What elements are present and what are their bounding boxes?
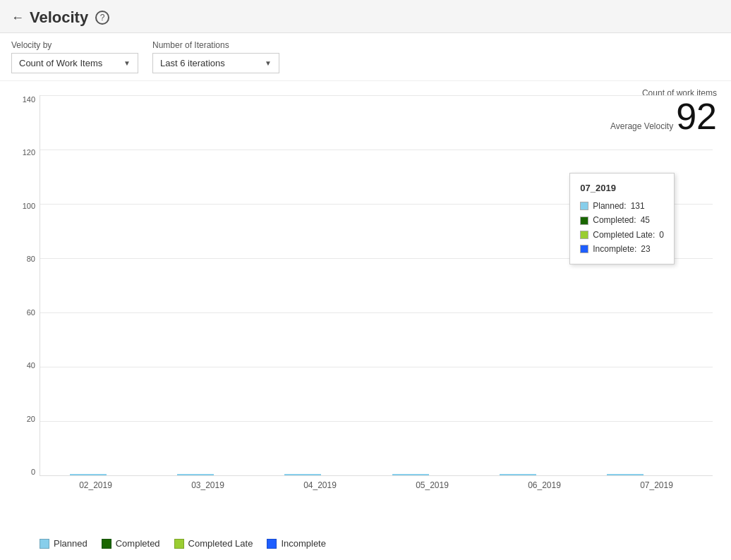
chart-inner bbox=[40, 95, 713, 476]
y-label-100: 100 bbox=[23, 202, 35, 210]
y-label-40: 40 bbox=[27, 361, 35, 370]
y-label-80: 80 bbox=[27, 255, 35, 263]
velocity-by-arrow-icon: ▼ bbox=[123, 59, 131, 67]
x-labels: 02_201903_201904_201905_201906_201907_20… bbox=[40, 476, 713, 504]
tooltip-completed-late-row: Completed Late: 0 bbox=[580, 228, 664, 242]
x-label-05_2019: 05_2019 bbox=[416, 480, 449, 490]
help-icon[interactable]: ? bbox=[95, 11, 109, 25]
tooltip-planned-value: 131 bbox=[631, 199, 645, 213]
legend-swatch-incomplete bbox=[267, 539, 277, 549]
y-label-20: 20 bbox=[27, 415, 35, 423]
header: ← Velocity ? bbox=[0, 0, 731, 33]
chart-container: 140 120 100 80 60 40 20 0 bbox=[11, 95, 720, 504]
bar-planned-05_2019[interactable] bbox=[392, 474, 429, 475]
iterations-group: Number of Iterations Last 6 iterations ▼ bbox=[152, 40, 279, 73]
iterations-label: Number of Iterations bbox=[152, 40, 279, 50]
tooltip-completed-late-swatch bbox=[580, 231, 588, 239]
bar-planned-07_2019[interactable] bbox=[607, 474, 644, 475]
tooltip-incomplete-label: Incomplete: bbox=[593, 242, 636, 256]
legend-swatch-completed bbox=[102, 539, 111, 549]
iterations-dropdown[interactable]: Last 6 iterations ▼ bbox=[152, 53, 279, 73]
tooltip-completed-swatch bbox=[580, 217, 588, 225]
y-label-0: 0 bbox=[31, 468, 35, 476]
chart-area: Count of work items Average Velocity 92 … bbox=[0, 81, 731, 532]
legend-label-incomplete: Incomplete bbox=[281, 538, 326, 549]
x-label-06_2019: 06_2019 bbox=[528, 480, 561, 490]
legend-item-completed-late: Completed Late bbox=[174, 538, 253, 549]
legend-item-incomplete: Incomplete bbox=[267, 538, 326, 549]
y-axis: 140 120 100 80 60 40 20 0 bbox=[11, 95, 40, 476]
velocity-by-value: Count of Work Items bbox=[19, 58, 102, 68]
bar-group-05_2019 bbox=[392, 474, 469, 475]
tooltip-planned-swatch bbox=[580, 202, 588, 210]
iterations-arrow-icon: ▼ bbox=[265, 59, 272, 67]
bar-group-04_2019 bbox=[284, 474, 361, 475]
legend-item-completed: Completed bbox=[102, 538, 160, 549]
tooltip-title: 07_2019 bbox=[580, 181, 664, 196]
legend-label-completed-late: Completed Late bbox=[188, 538, 253, 549]
y-label-120: 120 bbox=[23, 148, 35, 157]
legend: Planned Completed Completed Late Incompl… bbox=[0, 532, 731, 554]
velocity-by-dropdown[interactable]: Count of Work Items ▼ bbox=[11, 53, 138, 73]
legend-swatch-completed-late bbox=[174, 539, 184, 549]
tooltip-planned-label: Planned: bbox=[593, 199, 626, 213]
bar-planned-06_2019[interactable] bbox=[500, 474, 536, 475]
y-label-60: 60 bbox=[27, 308, 35, 317]
tooltip-completed-label: Completed: bbox=[593, 213, 636, 227]
tooltip-completed-row: Completed: 45 bbox=[580, 213, 664, 227]
y-label-140: 140 bbox=[23, 95, 35, 104]
bar-planned-04_2019[interactable] bbox=[284, 474, 321, 475]
x-label-04_2019: 04_2019 bbox=[303, 480, 337, 490]
legend-label-planned: Planned bbox=[54, 538, 87, 549]
velocity-by-group: Velocity by Count of Work Items ▼ bbox=[11, 40, 138, 73]
legend-swatch-planned bbox=[40, 539, 49, 549]
tooltip-completed-value: 45 bbox=[641, 213, 650, 227]
bar-group-07_2019 bbox=[607, 474, 683, 475]
bar-group-02_2019 bbox=[70, 474, 146, 475]
tooltip-incomplete-value: 23 bbox=[641, 242, 650, 256]
back-button[interactable]: ← bbox=[11, 11, 24, 25]
tooltip-planned-row: Planned: 131 bbox=[580, 199, 664, 213]
tooltip-incomplete-swatch bbox=[580, 245, 588, 253]
page-title: Velocity bbox=[30, 8, 88, 27]
x-label-07_2019: 07_2019 bbox=[640, 480, 673, 490]
legend-item-planned: Planned bbox=[40, 538, 87, 549]
bar-planned-02_2019[interactable] bbox=[70, 474, 107, 475]
tooltip-incomplete-row: Incomplete: 23 bbox=[580, 242, 664, 256]
bars-container bbox=[40, 95, 713, 475]
velocity-by-label: Velocity by bbox=[11, 40, 138, 50]
iterations-value: Last 6 iterations bbox=[160, 58, 225, 68]
legend-label-completed: Completed bbox=[116, 538, 160, 549]
bar-group-03_2019 bbox=[177, 474, 253, 475]
controls-bar: Velocity by Count of Work Items ▼ Number… bbox=[0, 33, 731, 81]
bar-group-06_2019 bbox=[500, 474, 576, 475]
x-label-02_2019: 02_2019 bbox=[79, 480, 112, 490]
tooltip: 07_2019 Planned: 131 Completed: 45 Compl… bbox=[569, 173, 675, 264]
tooltip-completed-late-label: Completed Late: bbox=[593, 228, 655, 242]
bar-planned-03_2019[interactable] bbox=[177, 474, 214, 475]
tooltip-completed-late-value: 0 bbox=[659, 228, 664, 242]
x-label-03_2019: 03_2019 bbox=[191, 480, 224, 490]
